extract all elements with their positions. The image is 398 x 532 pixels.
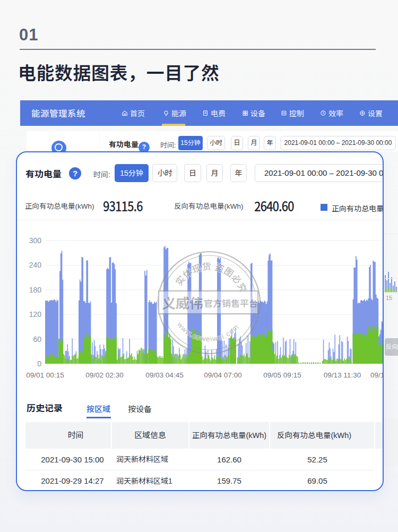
svg-text:实体现货 盗图必究: 实体现货 盗图必究 [174, 262, 248, 295]
svg-text:09/03 04:45: 09/03 04:45 [145, 371, 183, 379]
svg-text:09/05 09:15: 09/05 09:15 [263, 371, 301, 379]
svg-text:60: 60 [33, 335, 41, 344]
svg-text:240: 240 [29, 261, 42, 269]
svg-text:09/01 00:15: 09/01 00:15 [26, 371, 64, 379]
svg-text:0: 0 [37, 359, 41, 368]
svg-text:09/04 07:00: 09/04 07:00 [204, 371, 241, 379]
svg-text:09/02 02:30: 09/02 02:30 [85, 371, 123, 379]
svg-text:180: 180 [29, 286, 42, 294]
svg-text:300: 300 [29, 236, 42, 245]
svg-text:义威伟: 义威伟 [162, 296, 203, 312]
svg-text:09/13 11:30: 09/13 11:30 [324, 371, 361, 379]
svg-text:09/1: 09/1 [370, 371, 383, 379]
svg-text:官方销售平台: 官方销售平台 [204, 299, 258, 309]
svg-text:120: 120 [29, 310, 42, 319]
